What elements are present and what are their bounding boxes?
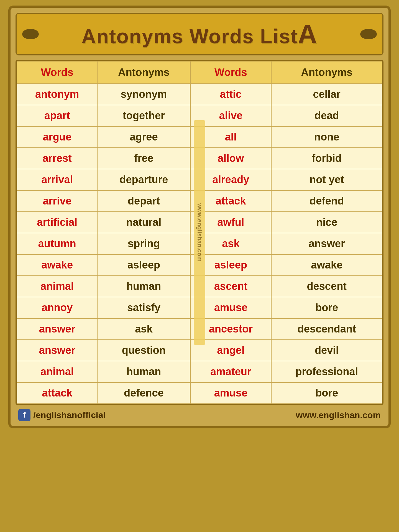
word-cell-2: allow: [190, 148, 271, 169]
facebook-icon[interactable]: f: [18, 409, 30, 421]
antonym-cell: free: [97, 148, 190, 169]
table-row: awakeasleepasleepawake: [17, 254, 382, 276]
table-row: animalhumanamateurprofessional: [17, 361, 382, 382]
table-row: attackdefenceamusebore: [17, 382, 382, 404]
antonym-cell-2: defend: [271, 190, 382, 212]
title-big-letter: A: [298, 19, 318, 49]
antonym-cell-2: bore: [271, 297, 382, 318]
footer-website: www.englishan.com: [296, 410, 381, 420]
table-header-row: Words Antonyms Words Antonyms: [17, 61, 382, 84]
table-row: arrivedepartattackdefend: [17, 190, 382, 212]
antonym-cell: depart: [97, 190, 190, 212]
table-row: arrestfreeallowforbid: [17, 148, 382, 169]
antonym-cell-2: dead: [271, 105, 382, 126]
antonym-cell: ask: [97, 318, 190, 340]
word-cell-2: attack: [190, 190, 271, 212]
antonym-cell: human: [97, 276, 190, 297]
antonym-cell-2: descendant: [271, 318, 382, 340]
antonym-cell: question: [97, 340, 190, 361]
table-row: artificialnaturalawfulnice: [17, 212, 382, 233]
fb-handle: /englishanofficial: [33, 410, 106, 420]
antonym-cell-2: forbid: [271, 148, 382, 169]
antonym-cell: human: [97, 361, 190, 382]
word-cell-2: already: [190, 169, 271, 190]
antonym-cell: together: [97, 105, 190, 126]
word-cell-2: ancestor: [190, 318, 271, 340]
word-cell-2: attic: [190, 84, 271, 105]
title-text: Antonyms Words ListA: [81, 19, 318, 49]
table-row: annoysatisfyamusebore: [17, 297, 382, 318]
word-cell-2: angel: [190, 340, 271, 361]
word-cell-2: all: [190, 126, 271, 148]
antonym-cell: agree: [97, 126, 190, 148]
word-cell-2: ascent: [190, 276, 271, 297]
antonym-cell: natural: [97, 212, 190, 233]
word-cell-2: awful: [190, 212, 271, 233]
antonym-cell-2: awake: [271, 254, 382, 276]
word-cell: animal: [17, 361, 97, 382]
antonym-cell: asleep: [97, 254, 190, 276]
header-antonyms-2: Antonyms: [271, 61, 382, 84]
word-cell-2: ask: [190, 233, 271, 254]
word-cell-2: alive: [190, 105, 271, 126]
word-cell: attack: [17, 382, 97, 404]
word-cell: animal: [17, 276, 97, 297]
footer: f /englishanofficial www.englishan.com: [16, 409, 383, 421]
antonym-cell-2: bore: [271, 382, 382, 404]
table-row: answeraskancestordescendant: [17, 318, 382, 340]
table-wrapper: www.englishan.com Words Antonyms Words A…: [16, 60, 383, 405]
word-cell-2: asleep: [190, 254, 271, 276]
antonym-cell-2: answer: [271, 233, 382, 254]
title-main: Antonyms Words List: [81, 25, 298, 47]
table-row: antonymsynonymatticcellar: [17, 84, 382, 105]
table-row: animalhumanascentdescent: [17, 276, 382, 297]
header-words-2: Words: [190, 61, 271, 84]
title-oval-left: [22, 29, 39, 39]
antonym-cell-2: not yet: [271, 169, 382, 190]
word-cell: argue: [17, 126, 97, 148]
word-cell: answer: [17, 340, 97, 361]
footer-left: f /englishanofficial: [18, 409, 106, 421]
word-cell: awake: [17, 254, 97, 276]
antonym-cell-2: professional: [271, 361, 382, 382]
word-cell-2: amuse: [190, 382, 271, 404]
table-row: aparttogetheralivedead: [17, 105, 382, 126]
word-cell: autumn: [17, 233, 97, 254]
word-cell: annoy: [17, 297, 97, 318]
word-cell-2: amateur: [190, 361, 271, 382]
table-row: autumnspringaskanswer: [17, 233, 382, 254]
title-bar: Antonyms Words ListA: [16, 13, 383, 55]
antonym-cell-2: none: [271, 126, 382, 148]
antonym-cell: synonym: [97, 84, 190, 105]
word-cell: arrive: [17, 190, 97, 212]
table-row: arrivaldeparturealreadynot yet: [17, 169, 382, 190]
antonym-cell-2: nice: [271, 212, 382, 233]
header-words-1: Words: [17, 61, 97, 84]
word-cell: antonym: [17, 84, 97, 105]
header-antonyms-1: Antonyms: [97, 61, 190, 84]
word-cell-2: amuse: [190, 297, 271, 318]
table-row: argueagreeallnone: [17, 126, 382, 148]
antonyms-table: Words Antonyms Words Antonyms antonymsyn…: [17, 61, 382, 404]
table-row: answerquestionangeldevil: [17, 340, 382, 361]
antonym-cell: departure: [97, 169, 190, 190]
title-oval-right: [360, 29, 377, 39]
antonym-cell-2: descent: [271, 276, 382, 297]
word-cell: apart: [17, 105, 97, 126]
word-cell: arrival: [17, 169, 97, 190]
antonym-cell: satisfy: [97, 297, 190, 318]
antonym-cell: defence: [97, 382, 190, 404]
word-cell: answer: [17, 318, 97, 340]
antonym-cell-2: cellar: [271, 84, 382, 105]
main-container: Antonyms Words ListA www.englishan.com W…: [8, 6, 391, 428]
antonym-cell: spring: [97, 233, 190, 254]
antonym-cell-2: devil: [271, 340, 382, 361]
word-cell: arrest: [17, 148, 97, 169]
word-cell: artificial: [17, 212, 97, 233]
